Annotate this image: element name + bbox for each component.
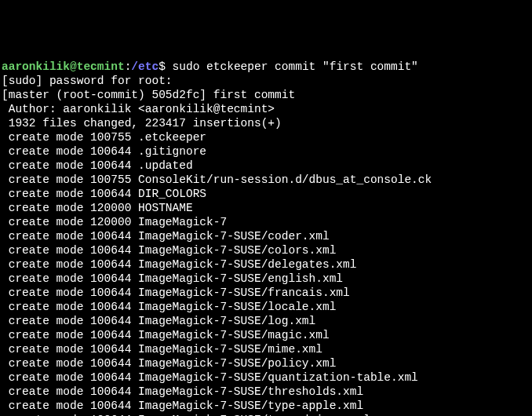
git-create-mode-line: create mode 100644 ImageMagick-7-SUSE/ty… — [2, 399, 530, 413]
git-create-mode-line: create mode 100644 .gitignore — [2, 144, 530, 159]
prompt-cwd: /etc — [131, 60, 159, 73]
git-commit-summary: [master (root-commit) 505d2fc] first com… — [2, 88, 530, 102]
git-create-mode-line: create mode 100644 ImageMagick-7-SUSE/lo… — [2, 300, 530, 314]
git-create-mode-line: create mode 100644 ImageMagick-7-SUSE/mi… — [2, 342, 530, 356]
git-create-mode-line: create mode 100644 ImageMagick-7-SUSE/lo… — [2, 314, 530, 328]
git-create-mode-line: create mode 100644 ImageMagick-7-SUSE/en… — [2, 272, 530, 286]
sudo-password-prompt: [sudo] password for root: — [2, 74, 530, 88]
git-author-line: Author: aaronkilik <aaronkilik@tecmint> — [2, 102, 530, 116]
git-create-mode-line: create mode 100644 ImageMagick-7-SUSE/fr… — [2, 286, 530, 300]
git-create-mode-line: create mode 100644 ImageMagick-7-SUSE/po… — [2, 356, 530, 370]
git-create-mode-line: create mode 100644 ImageMagick-7-SUSE/ty… — [2, 413, 530, 416]
command-prompt-line[interactable]: aaronkilik@tecmint:/etc$ sudo etckeeper … — [2, 60, 530, 74]
git-create-mode-line: create mode 120000 ImageMagick-7 — [2, 215, 530, 229]
prompt-symbol: $ — [159, 60, 172, 73]
git-create-mode-line: create mode 100755 ConsoleKit/run-sessio… — [2, 173, 530, 187]
git-stats-line: 1932 files changed, 223417 insertions(+) — [2, 116, 530, 130]
git-create-mode-line: create mode 100644 ImageMagick-7-SUSE/qu… — [2, 370, 530, 385]
git-create-mode-line: create mode 120000 HOSTNAME — [2, 201, 530, 215]
git-create-mode-line: create mode 100644 .updated — [2, 159, 530, 173]
git-create-mode-line: create mode 100644 DIR_COLORS — [2, 187, 530, 201]
prompt-user-host: aaronkilik@tecmint — [2, 60, 125, 73]
git-create-mode-line: create mode 100755 .etckeeper — [2, 130, 530, 144]
git-create-mode-line: create mode 100644 ImageMagick-7-SUSE/ma… — [2, 328, 530, 342]
terminal-output: aaronkilik@tecmint:/etc$ sudo etckeeper … — [2, 60, 530, 416]
git-create-mode-line: create mode 100644 ImageMagick-7-SUSE/th… — [2, 385, 530, 399]
git-create-mode-line: create mode 100644 ImageMagick-7-SUSE/co… — [2, 229, 530, 243]
git-create-mode-line: create mode 100644 ImageMagick-7-SUSE/de… — [2, 257, 530, 272]
git-create-mode-line: create mode 100644 ImageMagick-7-SUSE/co… — [2, 243, 530, 257]
command-input[interactable]: sudo etckeeper commit "first commit" — [173, 60, 418, 73]
